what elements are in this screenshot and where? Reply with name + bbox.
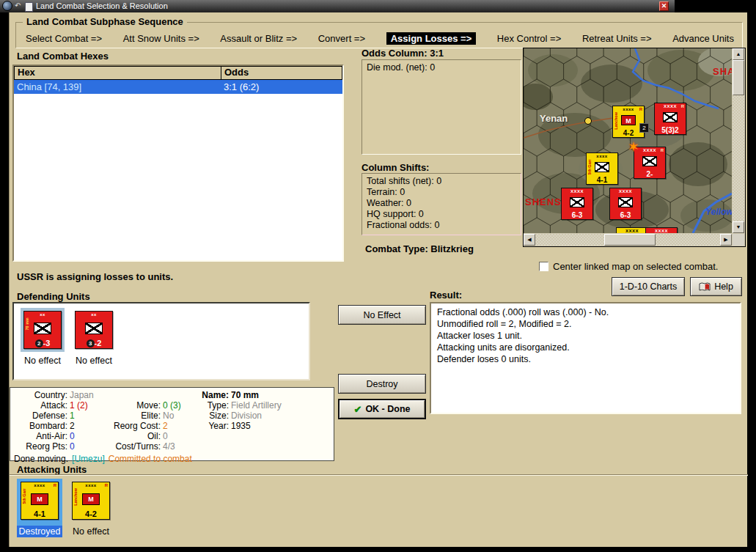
horizontal-scroll-thumb[interactable]: [604, 234, 656, 246]
unit-factors: 5(3)2: [655, 126, 686, 134]
unit-name-label: 5th Garr: [587, 159, 592, 174]
map-panel: YenanSHASHENSIYellow xxxxRLanchowM4-22XX…: [523, 48, 746, 247]
disorganized-marker: 2: [35, 339, 43, 347]
shift-line: Weather: 0: [367, 198, 516, 209]
unit-name-label: 5th Garr: [22, 488, 26, 504]
odds-column-title: Odds Column: 3:1: [362, 48, 444, 59]
hex-column-header: Hex: [15, 67, 221, 79]
scroll-down-button[interactable]: ▼: [733, 221, 744, 233]
shift-line: Total shifts (net): 0: [367, 176, 516, 187]
militia-symbol: M: [621, 115, 636, 125]
result-line: Unmodified roll = 2, Modified = 2.: [437, 318, 734, 330]
detail-label: Move:: [108, 400, 161, 411]
shift-line: HQ support: 0: [367, 209, 516, 220]
result-title: Result:: [430, 290, 462, 301]
detail-label: [195, 431, 229, 441]
map-horizontal-scrollbar[interactable]: ◀ ▶: [524, 234, 732, 246]
infantry-symbol: [570, 197, 584, 207]
detail-label: Cost/Turns:: [108, 441, 161, 452]
detail-label: Oil:: [108, 431, 161, 441]
center-map-label: Center linked map on selected combat.: [553, 261, 718, 272]
map-viewport[interactable]: YenanSHASHENSIYellow xxxxRLanchowM4-22XX…: [524, 48, 732, 233]
militia-symbol: M: [82, 493, 100, 505]
destroy-button[interactable]: Destroy: [338, 374, 426, 394]
unit-counter[interactable]: XXXXR2-✶: [634, 147, 666, 179]
reserve-marker: R: [681, 104, 684, 108]
reserve-marker: R: [661, 148, 664, 152]
book-icon: [699, 282, 711, 292]
unit-size-label: xx: [76, 312, 112, 317]
unit-name-label: 70 mm: [25, 317, 29, 330]
center-map-checkbox[interactable]: [539, 262, 548, 271]
unit-slot[interactable]: xxxxR5th GarrM4-1Destroyed: [17, 479, 62, 537]
unit-counter[interactable]: XXXX: [645, 227, 678, 233]
charts-button-label: 1-D-10 Charts: [620, 281, 678, 292]
sequence-step: Assault or Blitz =>: [220, 33, 297, 44]
close-button[interactable]: ✕: [659, 1, 669, 11]
document-icon: [25, 2, 33, 12]
unit-counter[interactable]: xxxxRLanchowM4-22: [612, 106, 645, 138]
detail-value: 70 mm: [229, 390, 334, 400]
attacking-units-box: xxxxR5th GarrM4-1DestroyedxxxxRLanchowM4…: [17, 479, 193, 546]
unit-counter[interactable]: xx3-2: [75, 311, 113, 349]
hex-table-header: Hex Odds: [14, 66, 342, 80]
check-icon: ✔: [353, 404, 362, 415]
unit-size-label: XXXX: [562, 189, 592, 194]
vertical-scroll-thumb[interactable]: [733, 60, 744, 95]
shift-line: Fractional odds: 0: [367, 220, 516, 231]
land-combat-dialog: Land Combat Subphase Sequence Select Com…: [9, 12, 747, 547]
unit-counter[interactable]: xx70 mm2-3: [23, 311, 62, 349]
detail-label: Reorg Pts:: [10, 441, 67, 452]
result-box: Fractional odds (.000) roll was (.000) -…: [430, 302, 741, 414]
unit-size-label: xxxx: [73, 483, 109, 487]
hex-table-row[interactable]: China [74, 139]3:1 (6:2): [14, 80, 342, 94]
detail-value: [229, 441, 334, 452]
odds-column-header: Odds: [221, 67, 342, 79]
unit-counter[interactable]: xxxx5th Garr4-1: [586, 152, 618, 185]
sequence-step: Select Combat =>: [26, 33, 102, 44]
unit-counter[interactable]: XXXX6-3: [561, 188, 593, 220]
ok-done-button[interactable]: ✔ OK - Done: [338, 399, 426, 419]
odds-cell: 3:1 (6:2): [221, 81, 342, 92]
subphase-title: Land Combat Subphase Sequence: [23, 16, 187, 27]
no-effect-button[interactable]: No Effect: [338, 305, 426, 325]
detail-value: 1: [67, 411, 108, 421]
unit-factors: 4-1: [21, 509, 58, 519]
unit-slot[interactable]: xx3-2No effect: [71, 308, 117, 367]
detail-value: 4/3: [161, 441, 195, 452]
charts-button[interactable]: 1-D-10 Charts: [612, 277, 685, 296]
help-button-label: Help: [714, 281, 733, 292]
unit-counter[interactable]: xxxxR5th GarrM4-1: [21, 482, 59, 520]
scroll-right-button[interactable]: ▶: [720, 234, 732, 246]
unit-slot[interactable]: xxxxRLanchowM4-2No effect: [68, 479, 114, 537]
unit-counter[interactable]: XXXX6-3: [609, 188, 642, 220]
detail-label: Elite:: [108, 411, 161, 421]
sequence-step: Hex Control =>: [497, 33, 561, 44]
unit-counter[interactable]: XXXX: [616, 227, 648, 233]
result-line: Attacker loses 1 unit.: [437, 330, 734, 342]
defending-units-title: Defending Units: [17, 291, 90, 302]
result-line: Attacking units are disorganized.: [437, 342, 734, 353]
status-segment: Done moving.: [14, 454, 68, 464]
detail-label: [108, 390, 161, 400]
detail-value: 2: [161, 421, 195, 431]
hex-table-body: China [74, 139]3:1 (6:2): [14, 80, 342, 94]
unit-counter[interactable]: xxxxRLanchowM4-2: [72, 482, 110, 520]
app-icon: [2, 1, 12, 11]
unit-result-label: No effect: [71, 355, 117, 367]
no-effect-label: No Effect: [363, 310, 400, 320]
scroll-up-button[interactable]: ▲: [733, 48, 744, 60]
scroll-left-button[interactable]: ◀: [524, 234, 535, 246]
detail-label: Reorg Cost:: [108, 421, 161, 431]
defending-units-box: xx70 mm2-3No effectxx3-2No effect: [12, 302, 310, 380]
detail-label: Bombard:: [10, 421, 67, 431]
help-button[interactable]: Help: [690, 277, 742, 296]
infantry-symbol: [642, 156, 657, 166]
detail-label: Name:: [195, 390, 229, 400]
map-vertical-scrollbar[interactable]: ▲ ▼: [733, 48, 744, 233]
unit-status-line: Done moving.[Umezu]Committed to combat: [10, 454, 334, 464]
unit-result-label: No effect: [68, 526, 114, 537]
unit-slot[interactable]: xx70 mm2-3No effect: [20, 308, 65, 367]
detail-value: Japan: [67, 390, 108, 400]
unit-counter[interactable]: XXXXR5(3)2: [654, 103, 686, 135]
